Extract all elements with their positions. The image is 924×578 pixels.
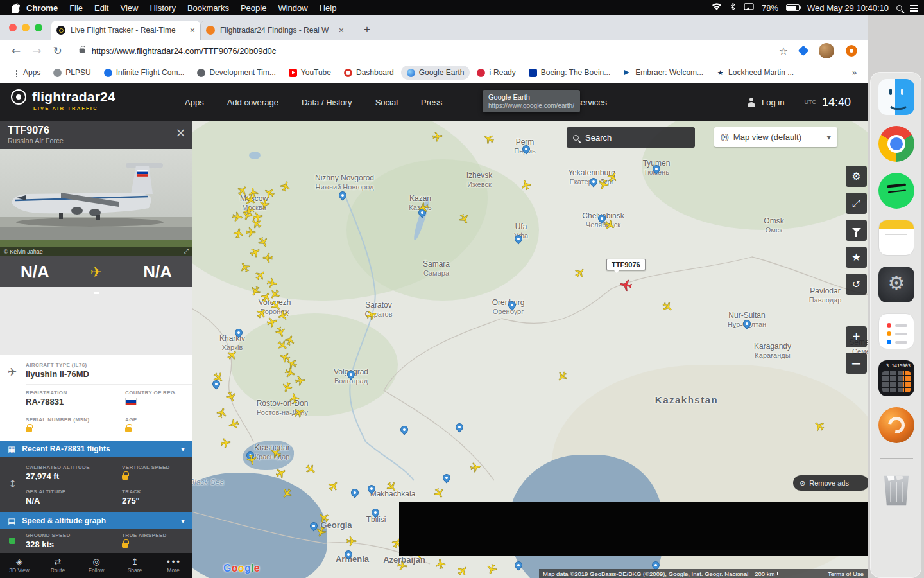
- active-app-name[interactable]: Chrome: [26, 3, 58, 13]
- chrome-dock-icon[interactable]: [878, 126, 914, 162]
- bookmark-infinity[interactable]: Development Tim...: [191, 66, 281, 80]
- aircraft-icon[interactable]: [243, 204, 256, 218]
- window-zoom-button[interactable]: [35, 24, 42, 31]
- aircraft-icon[interactable]: [346, 536, 357, 547]
- utility-dock-icon[interactable]: [878, 267, 914, 302]
- bookmark-dashboard[interactable]: Dashboard: [338, 66, 400, 80]
- terms-link[interactable]: Terms of Use: [828, 570, 864, 577]
- aircraft-icon[interactable]: [469, 461, 483, 475]
- notification-center-icon[interactable]: [910, 4, 918, 11]
- map-favorites-button[interactable]: ★: [846, 247, 867, 268]
- bookmark-lockheed[interactable]: ★Lockheed Martin ...: [710, 66, 800, 80]
- aircraft-icon[interactable]: [258, 198, 271, 211]
- spotlight-icon[interactable]: [896, 5, 902, 11]
- bluetooth-icon[interactable]: [730, 3, 736, 13]
- aircraft-icon[interactable]: [245, 453, 259, 467]
- aircraft-icon[interactable]: [231, 211, 244, 224]
- speed-graph-section-header[interactable]: ▤ Speed & altitude graph ▾: [0, 512, 193, 529]
- menubar-item-people[interactable]: People: [241, 3, 266, 13]
- menubar-item-window[interactable]: Window: [278, 3, 307, 13]
- bookmark-globe[interactable]: PLPSU: [47, 66, 96, 80]
- map-view-selector[interactable]: ((•)) Map view (default) ▾: [714, 127, 837, 147]
- map-settings-button[interactable]: ⚙: [846, 166, 867, 187]
- new-tab-button[interactable]: +: [359, 22, 375, 37]
- fr24-nav-social[interactable]: Social: [375, 98, 398, 107]
- menubar-item-bookmarks[interactable]: Bookmarks: [187, 3, 229, 13]
- menubar-item-view[interactable]: View: [120, 3, 138, 13]
- wifi-icon[interactable]: [712, 3, 722, 13]
- fr24-nav-press[interactable]: Press: [421, 98, 442, 107]
- calculator-dock-icon[interactable]: 3.1415903: [878, 360, 914, 396]
- browser-tab[interactable]: Flightradar24 Findings - Real W×: [200, 21, 349, 40]
- zoom-out-button[interactable]: −: [846, 353, 867, 374]
- login-button[interactable]: Log in: [762, 98, 784, 107]
- bookmark-youtube[interactable]: YouTube: [283, 66, 337, 80]
- bookmark-apps[interactable]: Apps: [5, 66, 46, 80]
- display-mirroring-icon[interactable]: [744, 3, 754, 13]
- url-field[interactable]: https://www.flightradar24.com/TTF9076/20…: [92, 46, 277, 56]
- toolbar-more[interactable]: •••More: [154, 553, 193, 578]
- fr24-nav-apps[interactable]: Apps: [185, 98, 204, 107]
- selected-flight-label[interactable]: TTF9076: [606, 259, 646, 270]
- window-minimize-button[interactable]: [22, 24, 30, 31]
- map-history-button[interactable]: ↺: [846, 274, 867, 295]
- flight-map[interactable]: MoscowМоскваNizhny NovgorodНижний Новгор…: [193, 121, 868, 578]
- map-search[interactable]: Search: [567, 127, 695, 148]
- recent-flights-section-header[interactable]: ▦ Recent RA-78831 flights ▾: [0, 441, 193, 457]
- window-close-button[interactable]: [9, 24, 17, 31]
- menubar-item-file[interactable]: File: [69, 3, 83, 13]
- tab-close-icon[interactable]: ×: [190, 26, 195, 35]
- finder-dock-icon[interactable]: [878, 79, 914, 115]
- forward-button[interactable]: →: [32, 44, 41, 57]
- bookmark-if[interactable]: Infinite Flight Com...: [98, 66, 191, 80]
- toolbar-3d-view[interactable]: ◈3D View: [0, 553, 38, 578]
- expand-photo-icon[interactable]: ⤢: [184, 248, 189, 255]
- menubar-item-help[interactable]: Help: [320, 3, 337, 13]
- aircraft-icon[interactable]: [247, 186, 261, 200]
- browser-tab[interactable]: Live Flight Tracker - Real-Time×: [51, 21, 200, 40]
- aircraft-icon[interactable]: [245, 227, 257, 238]
- map-fullscreen-button[interactable]: ⤢: [846, 193, 867, 214]
- https-padlock-icon[interactable]: [80, 49, 85, 53]
- 3d-app-dock-icon[interactable]: [878, 407, 914, 443]
- menubar-item-history[interactable]: History: [150, 3, 175, 13]
- notes-dock-icon[interactable]: [878, 220, 914, 256]
- fr24-logo[interactable]: flightradar24 LIVE AIR TRAFFIC: [10, 89, 116, 111]
- apple-menu-icon[interactable]: [12, 3, 20, 13]
- aircraft-icon[interactable]: [219, 437, 233, 450]
- trash-dock-icon[interactable]: [878, 471, 914, 507]
- close-panel-button[interactable]: ×: [175, 125, 186, 140]
- aircraft-icon[interactable]: [431, 130, 445, 144]
- back-button[interactable]: ←: [12, 44, 21, 57]
- tab-close-icon[interactable]: ×: [339, 26, 344, 35]
- bookmark-embraer[interactable]: Embraer: Welcom...: [617, 66, 709, 80]
- zoom-in-button[interactable]: +: [846, 326, 867, 347]
- selected-aircraft-icon[interactable]: [618, 277, 633, 292]
- aircraft-icon[interactable]: [434, 557, 448, 571]
- profile-avatar[interactable]: [819, 43, 834, 58]
- toolbar-follow[interactable]: ◎Follow: [77, 553, 116, 578]
- map-filter-button[interactable]: [846, 220, 867, 241]
- toolbar-route[interactable]: ⇄Route: [38, 553, 77, 578]
- extension-icon[interactable]: [798, 46, 809, 57]
- fr24-nav-data-history[interactable]: Data / History: [302, 98, 352, 107]
- bookmark-boeing[interactable]: Boeing: The Boein...: [523, 66, 617, 80]
- toolbar-share[interactable]: ↥Share: [116, 553, 154, 578]
- aircraft-icon[interactable]: [262, 252, 273, 263]
- reload-button[interactable]: ↻: [53, 44, 62, 57]
- bookmark-iready[interactable]: i-Ready: [471, 66, 521, 80]
- extension-icon-2[interactable]: [846, 45, 857, 57]
- reminders-dock-icon[interactable]: [878, 313, 914, 349]
- remove-ads-button[interactable]: ⊘ Remove ads: [793, 475, 868, 491]
- bookmark-earth[interactable]: Google Earth: [401, 66, 470, 80]
- aircraft-icon[interactable]: [396, 559, 409, 573]
- spotify-dock-icon[interactable]: [878, 173, 914, 209]
- bookmarks-overflow-chevron[interactable]: »: [851, 67, 857, 78]
- aircraft-icon[interactable]: [288, 392, 302, 405]
- bookmark-star-icon[interactable]: ☆: [779, 45, 788, 57]
- menubar-item-edit[interactable]: Edit: [94, 3, 108, 13]
- aircraft-icon[interactable]: [232, 227, 246, 240]
- aircraft-icon[interactable]: [294, 374, 307, 388]
- fr24-nav-add-coverage[interactable]: Add coverage: [227, 98, 278, 107]
- menu-clock[interactable]: Wed May 29 10:40:10: [807, 3, 889, 13]
